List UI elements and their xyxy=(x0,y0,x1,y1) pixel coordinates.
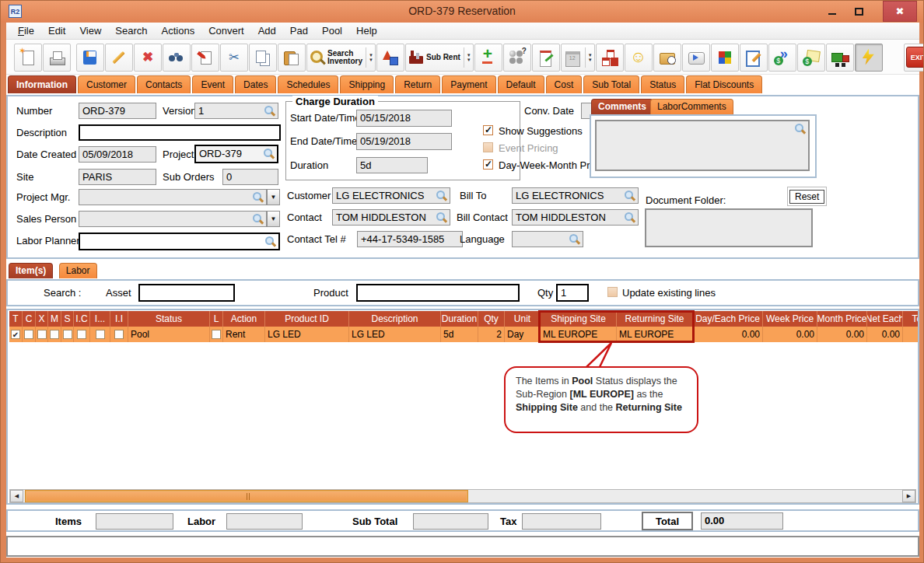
product-input[interactable] xyxy=(356,284,520,302)
show-suggestions-checkbox[interactable] xyxy=(483,125,493,135)
find-button[interactable] xyxy=(163,44,191,72)
col-action[interactable]: Action xyxy=(223,311,265,327)
menu-pad[interactable]: Pad xyxy=(283,23,315,38)
add-line-button[interactable] xyxy=(474,44,502,72)
menu-pool[interactable]: Pool xyxy=(315,23,349,38)
col-month-price[interactable]: Month Price xyxy=(817,311,867,327)
menu-view[interactable]: View xyxy=(72,23,108,38)
sub-rent-dropdown[interactable]: ▼▼ xyxy=(464,47,471,68)
menu-add[interactable]: Add xyxy=(251,23,283,38)
project-mgr-field[interactable] xyxy=(79,189,267,205)
sales-person-field[interactable] xyxy=(79,211,267,227)
cell-duration[interactable]: 5d xyxy=(441,327,478,342)
search-inventory-dropdown[interactable]: ▼▼ xyxy=(366,47,373,68)
checkbox-icon[interactable] xyxy=(114,330,124,339)
col-s[interactable]: S xyxy=(61,311,74,327)
date-created-field[interactable]: 05/09/2018 xyxy=(79,146,156,163)
cut-button[interactable] xyxy=(220,44,248,72)
tab-labor[interactable]: Labor xyxy=(59,263,97,278)
cell-returning-site[interactable]: ML EUROPE xyxy=(617,327,693,342)
search-inventory-button[interactable]: SearchInventory ▼▼ xyxy=(306,44,376,72)
checkbox-icon[interactable] xyxy=(37,330,47,339)
quick-invoice-button[interactable] xyxy=(768,44,796,72)
tab-event[interactable]: Event xyxy=(192,75,233,93)
equipment-shapes-button[interactable] xyxy=(376,44,404,72)
notes-button[interactable] xyxy=(532,44,560,72)
language-field[interactable] xyxy=(512,231,583,247)
cell-idots[interactable] xyxy=(90,327,110,342)
tab-contacts[interactable]: Contacts xyxy=(137,75,191,93)
number-field[interactable]: ORD-379 xyxy=(79,103,156,119)
cell-c[interactable] xyxy=(23,327,36,342)
cell-x[interactable] xyxy=(36,327,48,342)
col-shipping-site[interactable]: Shipping Site xyxy=(541,311,617,327)
cell-tot[interactable] xyxy=(903,327,919,342)
labor-planner-search-icon[interactable] xyxy=(264,236,276,247)
tab-shipping[interactable]: Shipping xyxy=(340,75,394,93)
col-duration[interactable]: Duration xyxy=(441,311,478,327)
cell-month-price[interactable]: 0.00 xyxy=(817,327,867,342)
cell-t[interactable]: ✔ xyxy=(9,327,23,342)
scroll-left-arrow[interactable]: ◀ xyxy=(10,490,23,502)
save-button[interactable] xyxy=(76,44,104,72)
qty-input[interactable]: 1 xyxy=(556,284,589,302)
update-existing-checkbox[interactable] xyxy=(607,287,618,297)
document-folder-textarea[interactable] xyxy=(645,208,813,247)
version-field[interactable]: 1 xyxy=(194,103,278,119)
duration-field[interactable]: 5d xyxy=(356,157,428,173)
cell-description[interactable]: LG LED xyxy=(349,327,441,342)
cell-shipping-site[interactable]: ML EUROPE xyxy=(541,327,617,342)
bill-contact-search-icon[interactable] xyxy=(624,212,635,223)
tab-flat-discounts[interactable]: Flat Discounts xyxy=(686,75,762,93)
tab-status[interactable]: Status xyxy=(641,75,684,93)
sub-orders-field[interactable]: 0 xyxy=(222,169,278,185)
checkbox-icon[interactable] xyxy=(63,330,72,339)
tab-sub-total[interactable]: Sub Total xyxy=(583,75,639,93)
end-date-field[interactable]: 05/19/2018 xyxy=(356,133,452,150)
col-idots[interactable]: I... xyxy=(90,311,110,327)
tab-customer[interactable]: Customer xyxy=(78,75,135,93)
contact-tel-field[interactable]: +44-17-5349-1585 xyxy=(357,231,463,247)
cell-m[interactable] xyxy=(48,327,61,342)
customer-field[interactable]: LG ELECTRONICS xyxy=(332,187,450,204)
checkbox-icon[interactable] xyxy=(50,330,59,339)
cell-qty[interactable]: 2 xyxy=(478,327,505,342)
cell-week-price[interactable]: 0.00 xyxy=(763,327,817,342)
col-returning-site[interactable]: Returning Site xyxy=(617,311,693,327)
menu-help[interactable]: Help xyxy=(349,23,384,38)
checkbox-icon[interactable] xyxy=(212,330,221,339)
bill-contact-field[interactable]: TOM HIDDLESTON xyxy=(512,209,639,226)
hierarchy-button[interactable] xyxy=(596,44,624,72)
equipment-cube-button[interactable] xyxy=(711,44,739,72)
day-week-month-checkbox[interactable] xyxy=(483,159,493,170)
delivery-button[interactable] xyxy=(826,44,854,72)
scroll-right-arrow[interactable]: ▶ xyxy=(902,490,915,502)
table-row[interactable]: ✔ Pool Rent LG LED LG LED 5d 2 Day ML EU… xyxy=(9,327,919,342)
col-product-id[interactable]: Product ID xyxy=(265,311,349,327)
bill-to-search-icon[interactable] xyxy=(624,190,635,201)
delete-button[interactable] xyxy=(134,44,162,72)
col-t[interactable]: T xyxy=(9,311,23,327)
scrollbar-thumb[interactable] xyxy=(25,490,468,502)
contact-field[interactable]: TOM HIDDLESTON xyxy=(332,209,450,226)
col-qty[interactable]: Qty xyxy=(478,311,505,327)
comments-textarea[interactable] xyxy=(595,120,810,171)
feedback-button[interactable] xyxy=(625,44,653,72)
col-net-each[interactable]: Net Each xyxy=(867,311,903,327)
menu-actions[interactable]: Actions xyxy=(155,23,202,38)
site-field[interactable]: PARIS xyxy=(79,169,156,185)
cell-net-each[interactable]: 0.00 xyxy=(867,327,903,342)
language-search-icon[interactable] xyxy=(569,233,580,245)
reset-button[interactable]: Reset xyxy=(789,190,824,204)
bill-to-field[interactable]: LG ELECTRONICS xyxy=(512,187,639,204)
tab-return[interactable]: Return xyxy=(395,75,440,93)
shortcut-keys-button[interactable] xyxy=(682,44,710,72)
description-field[interactable] xyxy=(79,124,281,141)
col-day-each-price[interactable]: Day/Each Price xyxy=(693,311,763,327)
sales-person-search-icon[interactable] xyxy=(252,213,264,225)
substitutes-button[interactable] xyxy=(503,44,531,72)
cell-product-id[interactable]: LG LED xyxy=(265,327,349,342)
cell-status[interactable]: Pool xyxy=(128,327,210,342)
sales-person-dropdown[interactable]: ▼ xyxy=(267,211,280,227)
checkbox-icon[interactable] xyxy=(24,330,33,339)
